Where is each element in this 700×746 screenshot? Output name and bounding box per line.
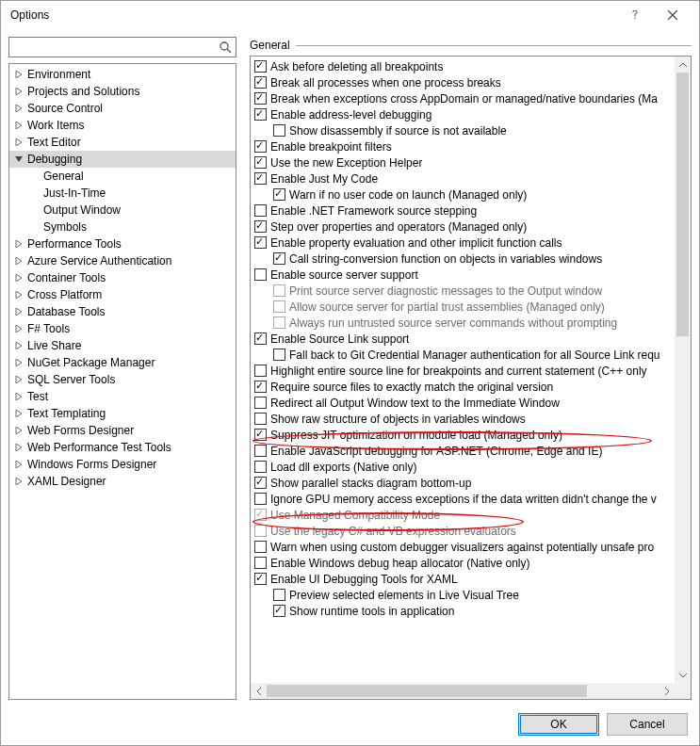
tree-item[interactable]: Cross Platform — [9, 286, 236, 303]
option-row[interactable]: Call string-conversion function on objec… — [252, 251, 675, 267]
tree-item[interactable]: NuGet Package Manager — [9, 354, 236, 371]
checkbox[interactable] — [254, 172, 267, 185]
chevron-right-icon[interactable] — [13, 103, 24, 114]
chevron-right-icon[interactable] — [13, 323, 24, 334]
tree-item[interactable]: Text Editor — [9, 134, 236, 151]
option-row[interactable]: Break when exceptions cross AppDomain or… — [252, 90, 675, 106]
option-row[interactable]: Enable Windows debug heap allocator (Nat… — [252, 555, 675, 571]
tree-item[interactable]: General — [9, 168, 236, 185]
option-row[interactable]: Preview selected elements in Live Visual… — [252, 587, 675, 603]
chevron-right-icon[interactable] — [13, 255, 24, 267]
option-row[interactable]: Ignore GPU memory access exceptions if t… — [252, 491, 675, 507]
option-row[interactable]: Break all processes when one process bre… — [252, 74, 675, 90]
checkbox[interactable] — [254, 445, 267, 457]
checkbox[interactable] — [254, 493, 267, 505]
checkbox[interactable] — [254, 60, 267, 73]
search-box[interactable] — [8, 37, 236, 57]
search-input[interactable] — [13, 39, 219, 56]
checkbox[interactable] — [254, 220, 267, 233]
option-row[interactable]: Show parallel stacks diagram bottom-up — [252, 475, 675, 491]
option-row[interactable]: Enable address-level debugging — [252, 106, 675, 122]
checkbox[interactable] — [254, 92, 267, 105]
option-row[interactable]: Show disassembly if source is not availa… — [252, 122, 675, 138]
checkbox[interactable] — [254, 156, 267, 169]
checkbox[interactable] — [254, 573, 267, 585]
tree-item[interactable]: Symbols — [9, 219, 236, 235]
tree-item[interactable]: Projects and Solutions — [9, 83, 236, 100]
option-row[interactable]: Highlight entire source line for breakpo… — [252, 363, 675, 379]
checkbox[interactable] — [254, 268, 267, 281]
scroll-right-icon[interactable] — [659, 683, 675, 699]
chevron-right-icon[interactable] — [13, 391, 24, 402]
checkbox[interactable] — [254, 413, 267, 425]
tree-item[interactable]: SQL Server Tools — [9, 371, 236, 388]
vertical-scrollbar[interactable] — [675, 57, 691, 683]
option-row[interactable]: Enable UI Debugging Tools for XAML — [252, 571, 675, 587]
checkbox[interactable] — [254, 397, 267, 409]
tree-item[interactable]: Web Forms Designer — [9, 422, 236, 439]
checkbox[interactable] — [273, 252, 285, 265]
chevron-right-icon[interactable] — [13, 272, 24, 284]
chevron-right-icon[interactable] — [13, 408, 24, 419]
tree-item[interactable]: Output Window — [9, 202, 236, 219]
chevron-right-icon[interactable] — [13, 425, 24, 436]
tree-item[interactable]: F# Tools — [9, 320, 236, 337]
option-row[interactable]: Require source files to exactly match th… — [252, 379, 675, 395]
option-row[interactable]: Show raw structure of objects in variabl… — [252, 411, 675, 427]
checkbox[interactable] — [254, 76, 267, 89]
tree-item[interactable]: Azure Service Authentication — [9, 252, 236, 269]
tree-item[interactable]: Work Items — [9, 117, 236, 134]
tree-item[interactable]: Windows Forms Designer — [9, 456, 236, 473]
checkbox[interactable] — [273, 349, 285, 361]
chevron-right-icon[interactable] — [13, 137, 24, 148]
option-row[interactable]: Fall back to Git Credential Manager auth… — [252, 347, 675, 363]
scroll-thumb-vertical[interactable] — [676, 73, 689, 336]
chevron-right-icon[interactable] — [13, 459, 24, 470]
scroll-left-icon[interactable] — [251, 683, 267, 699]
option-row[interactable]: Show runtime tools in application — [252, 603, 675, 619]
chevron-right-icon[interactable] — [13, 340, 24, 351]
tree-item[interactable]: Test — [9, 388, 236, 405]
checkbox[interactable] — [254, 477, 267, 489]
tree-item[interactable]: Text Templating — [9, 405, 236, 422]
option-row[interactable]: Enable .NET Framework source stepping — [252, 203, 675, 219]
option-row[interactable]: Redirect all Output Window text to the I… — [252, 395, 675, 411]
checkbox[interactable] — [254, 365, 267, 377]
option-row[interactable]: Ask before deleting all breakpoints — [252, 58, 675, 74]
option-row[interactable]: Enable JavaScript debugging for ASP.NET … — [252, 443, 675, 459]
option-row[interactable]: Warn when using custom debugger visualiz… — [252, 539, 675, 555]
scroll-thumb-horizontal[interactable] — [267, 685, 587, 697]
tree-item[interactable]: Performance Tools — [9, 235, 236, 252]
scroll-up-icon[interactable] — [675, 57, 691, 73]
checkbox[interactable] — [273, 188, 285, 201]
option-row[interactable]: Load dll exports (Native only) — [252, 459, 675, 475]
tree-item[interactable]: Database Tools — [9, 303, 236, 320]
option-row[interactable]: Enable source server support — [252, 267, 675, 283]
chevron-right-icon[interactable] — [13, 238, 24, 250]
chevron-right-icon[interactable] — [13, 86, 24, 97]
ok-button[interactable]: OK — [518, 713, 599, 736]
option-row[interactable]: Suppress JIT optimization on module load… — [252, 427, 675, 443]
checkbox[interactable] — [254, 381, 267, 393]
checkbox[interactable] — [254, 236, 267, 249]
option-row[interactable]: Enable breakpoint filters — [252, 138, 675, 154]
tree-item[interactable]: Source Control — [9, 100, 236, 117]
tree-item[interactable]: Container Tools — [9, 269, 236, 286]
option-row[interactable]: Enable Source Link support — [252, 331, 675, 347]
tree-item[interactable]: Environment — [9, 66, 236, 83]
option-row[interactable]: Step over properties and operators (Mana… — [252, 219, 675, 235]
option-row[interactable]: Enable property evaluation and other imp… — [252, 235, 675, 251]
checkbox[interactable] — [273, 124, 285, 137]
option-row[interactable]: Enable Just My Code — [252, 170, 675, 186]
chevron-right-icon[interactable] — [13, 306, 24, 317]
horizontal-scrollbar[interactable] — [251, 683, 675, 699]
checkbox[interactable] — [273, 605, 285, 617]
tree-item[interactable]: Just-In-Time — [9, 185, 236, 202]
checkbox[interactable] — [254, 541, 267, 553]
tree-item[interactable]: Live Share — [9, 337, 236, 354]
chevron-right-icon[interactable] — [13, 374, 24, 385]
category-tree[interactable]: EnvironmentProjects and SolutionsSource … — [8, 63, 236, 700]
option-row[interactable]: Warn if no user code on launch (Managed … — [252, 186, 675, 203]
chevron-right-icon[interactable] — [13, 442, 24, 453]
checkbox[interactable] — [254, 108, 267, 121]
